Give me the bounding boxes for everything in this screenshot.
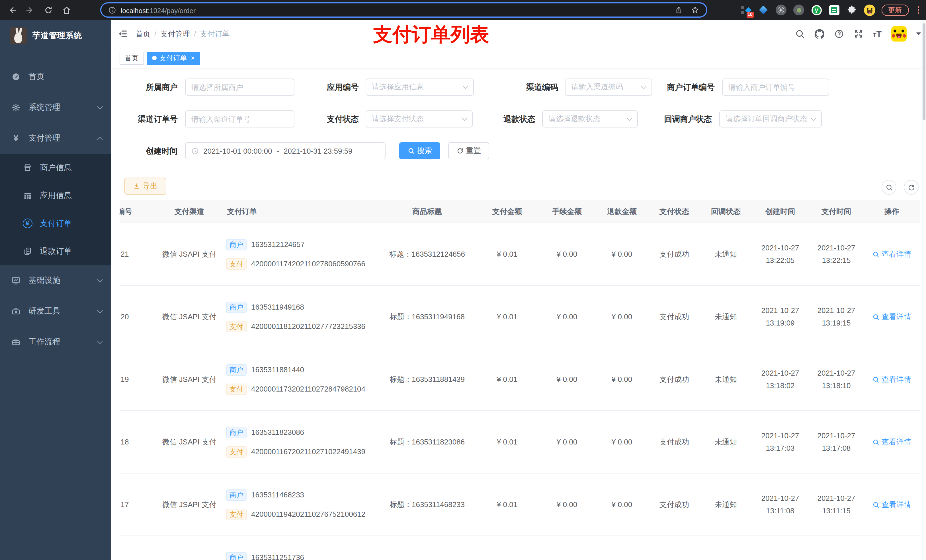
update-button[interactable]: 更新 xyxy=(881,4,909,16)
pay-channel-cell: 微信 JSAPI 支付 xyxy=(154,312,225,322)
pay-status-filter-select[interactable]: 请选择支付状态 xyxy=(366,110,473,127)
sidebar-item-workflow[interactable]: 工作流程 xyxy=(0,327,111,358)
url-text: localhost:1024/pay/order xyxy=(121,5,196,15)
export-button[interactable]: 导出 xyxy=(124,178,166,195)
browser-menu-button[interactable] xyxy=(917,5,920,15)
pay-status-cell: 支付成功 xyxy=(649,437,700,447)
filter-label-create-time: 创建时间 xyxy=(111,142,178,159)
scrollbar-thumb[interactable] xyxy=(923,23,925,120)
fee-amount-cell: ¥ 0.00 xyxy=(539,250,595,258)
sidebar-item-refund-orders[interactable]: 退款订单 xyxy=(0,237,111,265)
home-button[interactable] xyxy=(61,4,73,16)
help-icon[interactable] xyxy=(834,29,844,39)
merchant-order-no: 1635311823086 xyxy=(251,428,304,436)
merchant-filter-input[interactable] xyxy=(185,78,294,96)
col-header-id: 编号 xyxy=(120,206,145,217)
pay-time-cell: 2021-10-2713:11:15 xyxy=(809,492,864,517)
sidebar-item-dev-tools[interactable]: 研发工具 xyxy=(0,296,111,327)
tag-home[interactable]: 首页 xyxy=(120,51,144,65)
sidebar-item-merchant-info[interactable]: 商户信息 xyxy=(0,154,111,181)
monitor-icon xyxy=(11,276,21,285)
pay-amount-cell: ¥ 0.01 xyxy=(475,375,539,383)
merchant-input[interactable] xyxy=(191,83,288,91)
refund-status-filter-select[interactable]: 请选择退款状态 xyxy=(542,110,638,127)
view-detail-link[interactable]: 查看详情 xyxy=(873,249,911,259)
view-detail-link[interactable]: 查看详情 xyxy=(873,500,911,510)
chat-extension-icon[interactable] xyxy=(828,4,840,16)
create-time-range-picker[interactable]: 2021-10-01 00:00:00 - 2021-10-31 23:59:5… xyxy=(185,142,386,159)
refresh-table-button[interactable] xyxy=(904,180,918,195)
breadcrumb-home[interactable]: 首页 xyxy=(136,29,150,39)
close-tag-icon[interactable]: × xyxy=(191,54,195,62)
channel-order-no-input[interactable] xyxy=(191,115,288,123)
sidebar-item-payment-orders[interactable]: ¥ 支付订单 xyxy=(0,210,111,237)
table-row: 21 微信 JSAPI 支付 商户 1635312124657 支付 42000… xyxy=(120,223,920,286)
sidebar-item-infrastructure[interactable]: 基础设施 xyxy=(0,265,111,296)
view-detail-link[interactable]: 查看详情 xyxy=(873,312,911,322)
font-size-icon[interactable]: TT xyxy=(873,30,882,38)
sidebar-item-home[interactable]: 首页 xyxy=(0,62,111,92)
grid-icon xyxy=(22,191,32,200)
github-icon[interactable] xyxy=(814,29,825,39)
puzzle-extensions-icon[interactable] xyxy=(846,4,857,16)
share-icon[interactable] xyxy=(675,6,683,14)
channel-code-filter-select[interactable]: 请输入渠道编码 xyxy=(565,78,652,96)
bookmark-star-icon[interactable] xyxy=(691,6,699,14)
forward-button[interactable] xyxy=(24,4,36,16)
toolbox-icon xyxy=(11,307,21,316)
merchant-order-line: 商户 1635311823086 xyxy=(226,427,377,438)
chevron-down-icon xyxy=(811,115,816,121)
shop-icon xyxy=(22,163,32,172)
back-button[interactable] xyxy=(6,4,18,16)
y-logo-extension-icon[interactable]: y xyxy=(811,4,822,16)
sidebar-item-system-management[interactable]: 系统管理 xyxy=(0,92,111,123)
sidebar-item-app-info[interactable]: 应用信息 xyxy=(0,181,111,210)
avatar-dropdown-caret-icon[interactable] xyxy=(916,32,921,35)
reset-button[interactable]: 重置 xyxy=(448,142,489,159)
search-icon xyxy=(873,501,879,508)
page-content: 所属商户 应用编号 请选择应用信息 渠道编码 请输入渠道编码 商户订单编号 xyxy=(111,68,926,560)
toggle-search-button[interactable] xyxy=(882,180,896,195)
forward-icon xyxy=(27,8,32,13)
profile-avatar[interactable] xyxy=(864,4,875,16)
pay-status-cell: 支付成功 xyxy=(649,500,700,510)
merchant-order-no-input[interactable] xyxy=(728,83,823,91)
breadcrumb-payment-management[interactable]: 支付管理 xyxy=(160,29,190,39)
tag-payment-orders[interactable]: 支付订单 × xyxy=(147,51,200,65)
search-icon[interactable] xyxy=(795,29,804,39)
merchant-order-no-filter-input[interactable] xyxy=(722,78,829,96)
pay-order-no: 4200001167202110271022491439 xyxy=(251,447,365,456)
pay-order-line: 支付 4200001173202110272847982104 xyxy=(226,383,377,395)
app-filter-select[interactable]: 请选择应用信息 xyxy=(366,78,474,96)
view-detail-link[interactable]: 查看详情 xyxy=(873,437,911,447)
sidebar: 芋道管理系统 首页 系统管理 ¥ 支付管 xyxy=(0,20,111,560)
site-info-icon[interactable] xyxy=(108,6,116,14)
channel-order-no-filter-input[interactable] xyxy=(185,110,294,127)
notify-status-filter-select[interactable]: 请选择订单回调商户状态 xyxy=(719,110,822,127)
pay-time-cell: 2021-10-2713:18:10 xyxy=(809,367,864,392)
reload-button[interactable] xyxy=(42,4,54,16)
url-bar[interactable]: localhost:1024/pay/order xyxy=(100,2,707,18)
order-id-cell: 18 xyxy=(120,438,154,446)
chevron-down-icon xyxy=(97,104,103,110)
command-extension-icon[interactable] xyxy=(775,4,787,16)
notify-status-cell: 未通知 xyxy=(700,437,752,447)
sidebar-collapse-button[interactable] xyxy=(111,29,133,39)
pay-order-cell: 商户 1635311823086 支付 42000011672021102710… xyxy=(225,411,379,473)
search-button[interactable]: 搜索 xyxy=(399,142,440,159)
sidebar-item-payment-management[interactable]: ¥ 支付管理 xyxy=(0,123,111,154)
back-icon xyxy=(11,8,15,13)
fullscreen-icon[interactable] xyxy=(853,29,863,39)
view-detail-link[interactable]: 查看详情 xyxy=(873,374,911,385)
dot-extension-icon[interactable] xyxy=(793,4,804,16)
search-icon xyxy=(873,313,879,320)
merchant-order-no: 1635311251736 xyxy=(251,553,304,560)
refund-amount-cell: ¥ 0.00 xyxy=(595,250,649,258)
table-header-row: 编号 支付渠道 支付订单 商品标题 支付金额 手续金额 退款金额 支付状态 回调… xyxy=(120,200,920,223)
page-scrollbar[interactable] xyxy=(922,20,926,560)
user-avatar[interactable] xyxy=(891,26,906,42)
kite-extension-icon[interactable] xyxy=(758,4,769,16)
extensions-cluster: 10 y 更新 xyxy=(740,4,920,16)
pay-order-cell: 商户 1635312124657 支付 42000011742021102780… xyxy=(225,223,379,285)
extension-collection-icon[interactable]: 10 xyxy=(740,4,752,16)
